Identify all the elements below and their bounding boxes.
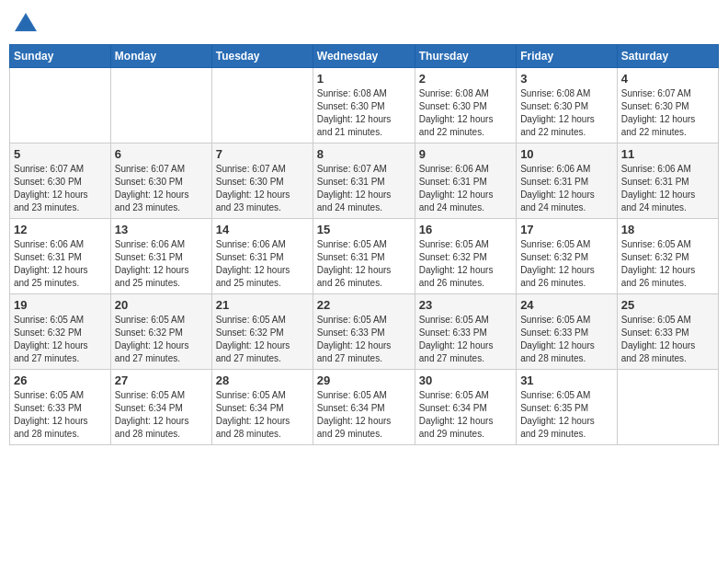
day-number: 8 <box>317 147 411 161</box>
calendar-cell: 15Sunrise: 6:05 AM Sunset: 6:31 PM Dayli… <box>313 219 415 294</box>
calendar-cell: 31Sunrise: 6:05 AM Sunset: 6:35 PM Dayli… <box>517 370 618 445</box>
logo <box>13 9 42 37</box>
day-number: 29 <box>317 373 411 387</box>
day-number: 30 <box>419 373 512 387</box>
calendar-cell: 1Sunrise: 6:08 AM Sunset: 6:30 PM Daylig… <box>313 68 415 144</box>
day-info: Sunrise: 6:05 AM Sunset: 6:33 PM Dayligh… <box>14 389 107 441</box>
calendar-cell: 23Sunrise: 6:05 AM Sunset: 6:33 PM Dayli… <box>415 294 516 370</box>
weekday-header-monday: Monday <box>110 45 211 68</box>
day-info: Sunrise: 6:07 AM Sunset: 6:30 PM Dayligh… <box>216 163 309 214</box>
day-number: 13 <box>115 223 208 236</box>
day-number: 26 <box>14 373 107 387</box>
day-info: Sunrise: 6:08 AM Sunset: 6:30 PM Dayligh… <box>317 87 411 139</box>
day-number: 31 <box>520 373 613 387</box>
calendar-cell: 18Sunrise: 6:05 AM Sunset: 6:32 PM Dayli… <box>617 219 718 294</box>
logo-icon <box>13 11 39 37</box>
weekday-header-friday: Friday <box>517 45 618 68</box>
calendar-cell: 26Sunrise: 6:05 AM Sunset: 6:33 PM Dayli… <box>10 370 111 445</box>
day-info: Sunrise: 6:05 AM Sunset: 6:34 PM Dayligh… <box>317 389 411 441</box>
week-row-4: 19Sunrise: 6:05 AM Sunset: 6:32 PM Dayli… <box>10 294 719 370</box>
day-info: Sunrise: 6:05 AM Sunset: 6:34 PM Dayligh… <box>216 389 309 441</box>
day-info: Sunrise: 6:05 AM Sunset: 6:33 PM Dayligh… <box>520 314 613 365</box>
week-row-2: 5Sunrise: 6:07 AM Sunset: 6:30 PM Daylig… <box>10 144 719 219</box>
day-number: 14 <box>216 223 309 236</box>
day-number: 7 <box>216 147 309 161</box>
day-number: 20 <box>115 298 208 312</box>
day-number: 25 <box>621 298 714 312</box>
day-info: Sunrise: 6:05 AM Sunset: 6:33 PM Dayligh… <box>621 314 714 365</box>
calendar-cell: 3Sunrise: 6:08 AM Sunset: 6:30 PM Daylig… <box>517 68 618 144</box>
day-number: 27 <box>115 373 208 387</box>
day-info: Sunrise: 6:07 AM Sunset: 6:30 PM Dayligh… <box>14 163 107 214</box>
day-number: 4 <box>621 72 714 86</box>
calendar-cell: 19Sunrise: 6:05 AM Sunset: 6:32 PM Dayli… <box>10 294 111 370</box>
day-info: Sunrise: 6:05 AM Sunset: 6:32 PM Dayligh… <box>621 238 714 290</box>
calendar-cell: 2Sunrise: 6:08 AM Sunset: 6:30 PM Daylig… <box>415 68 516 144</box>
weekday-header-saturday: Saturday <box>617 45 718 68</box>
day-info: Sunrise: 6:06 AM Sunset: 6:31 PM Dayligh… <box>115 238 208 290</box>
weekday-header-sunday: Sunday <box>10 45 111 68</box>
calendar-table: SundayMondayTuesdayWednesdayThursdayFrid… <box>9 44 719 445</box>
calendar-cell: 7Sunrise: 6:07 AM Sunset: 6:30 PM Daylig… <box>211 144 313 219</box>
day-info: Sunrise: 6:05 AM Sunset: 6:34 PM Dayligh… <box>419 389 512 441</box>
day-info: Sunrise: 6:06 AM Sunset: 6:31 PM Dayligh… <box>216 238 309 290</box>
day-info: Sunrise: 6:07 AM Sunset: 6:31 PM Dayligh… <box>317 163 411 214</box>
day-number: 15 <box>317 223 411 236</box>
day-number: 17 <box>520 223 613 236</box>
day-info: Sunrise: 6:05 AM Sunset: 6:35 PM Dayligh… <box>520 389 613 441</box>
day-number: 24 <box>520 298 613 312</box>
day-number: 11 <box>621 147 714 161</box>
day-number: 2 <box>419 72 512 86</box>
day-number: 16 <box>419 223 512 236</box>
calendar-cell: 29Sunrise: 6:05 AM Sunset: 6:34 PM Dayli… <box>313 370 415 445</box>
calendar-cell: 28Sunrise: 6:05 AM Sunset: 6:34 PM Dayli… <box>211 370 313 445</box>
day-number: 10 <box>520 147 613 161</box>
calendar-cell: 12Sunrise: 6:06 AM Sunset: 6:31 PM Dayli… <box>10 219 111 294</box>
day-info: Sunrise: 6:05 AM Sunset: 6:32 PM Dayligh… <box>14 314 107 365</box>
day-info: Sunrise: 6:06 AM Sunset: 6:31 PM Dayligh… <box>621 163 714 214</box>
calendar-cell: 30Sunrise: 6:05 AM Sunset: 6:34 PM Dayli… <box>415 370 516 445</box>
day-info: Sunrise: 6:06 AM Sunset: 6:31 PM Dayligh… <box>419 163 512 214</box>
week-row-1: 1Sunrise: 6:08 AM Sunset: 6:30 PM Daylig… <box>10 68 719 144</box>
calendar-cell: 21Sunrise: 6:05 AM Sunset: 6:32 PM Dayli… <box>211 294 313 370</box>
calendar-cell: 16Sunrise: 6:05 AM Sunset: 6:32 PM Dayli… <box>415 219 516 294</box>
week-row-3: 12Sunrise: 6:06 AM Sunset: 6:31 PM Dayli… <box>10 219 719 294</box>
calendar-cell: 10Sunrise: 6:06 AM Sunset: 6:31 PM Dayli… <box>517 144 618 219</box>
calendar-cell: 24Sunrise: 6:05 AM Sunset: 6:33 PM Dayli… <box>517 294 618 370</box>
calendar-cell <box>617 370 718 445</box>
day-number: 28 <box>216 373 309 387</box>
day-number: 12 <box>14 223 107 236</box>
day-info: Sunrise: 6:05 AM Sunset: 6:33 PM Dayligh… <box>419 314 512 365</box>
day-info: Sunrise: 6:05 AM Sunset: 6:32 PM Dayligh… <box>419 238 512 290</box>
day-info: Sunrise: 6:05 AM Sunset: 6:34 PM Dayligh… <box>115 389 208 441</box>
calendar-cell: 13Sunrise: 6:06 AM Sunset: 6:31 PM Dayli… <box>110 219 211 294</box>
calendar-cell: 17Sunrise: 6:05 AM Sunset: 6:32 PM Dayli… <box>517 219 618 294</box>
day-info: Sunrise: 6:05 AM Sunset: 6:31 PM Dayligh… <box>317 238 411 290</box>
day-info: Sunrise: 6:08 AM Sunset: 6:30 PM Dayligh… <box>520 87 613 139</box>
calendar-cell: 9Sunrise: 6:06 AM Sunset: 6:31 PM Daylig… <box>415 144 516 219</box>
day-info: Sunrise: 6:06 AM Sunset: 6:31 PM Dayligh… <box>14 238 107 290</box>
weekday-header-row: SundayMondayTuesdayWednesdayThursdayFrid… <box>10 45 719 68</box>
calendar-cell: 11Sunrise: 6:06 AM Sunset: 6:31 PM Dayli… <box>617 144 718 219</box>
week-row-5: 26Sunrise: 6:05 AM Sunset: 6:33 PM Dayli… <box>10 370 719 445</box>
day-info: Sunrise: 6:08 AM Sunset: 6:30 PM Dayligh… <box>419 87 512 139</box>
day-number: 3 <box>520 72 613 86</box>
weekday-header-wednesday: Wednesday <box>313 45 415 68</box>
weekday-header-tuesday: Tuesday <box>211 45 313 68</box>
calendar-cell: 20Sunrise: 6:05 AM Sunset: 6:32 PM Dayli… <box>110 294 211 370</box>
calendar-cell: 25Sunrise: 6:05 AM Sunset: 6:33 PM Dayli… <box>617 294 718 370</box>
day-info: Sunrise: 6:07 AM Sunset: 6:30 PM Dayligh… <box>621 87 714 139</box>
day-info: Sunrise: 6:06 AM Sunset: 6:31 PM Dayligh… <box>520 163 613 214</box>
calendar-cell: 22Sunrise: 6:05 AM Sunset: 6:33 PM Dayli… <box>313 294 415 370</box>
day-number: 6 <box>115 147 208 161</box>
calendar-cell: 14Sunrise: 6:06 AM Sunset: 6:31 PM Dayli… <box>211 219 313 294</box>
day-number: 18 <box>621 223 714 236</box>
calendar-cell: 8Sunrise: 6:07 AM Sunset: 6:31 PM Daylig… <box>313 144 415 219</box>
calendar-cell <box>110 68 211 144</box>
day-number: 9 <box>419 147 512 161</box>
day-info: Sunrise: 6:05 AM Sunset: 6:32 PM Dayligh… <box>115 314 208 365</box>
day-number: 19 <box>14 298 107 312</box>
day-info: Sunrise: 6:07 AM Sunset: 6:30 PM Dayligh… <box>115 163 208 214</box>
day-info: Sunrise: 6:05 AM Sunset: 6:33 PM Dayligh… <box>317 314 411 365</box>
calendar-cell: 27Sunrise: 6:05 AM Sunset: 6:34 PM Dayli… <box>110 370 211 445</box>
